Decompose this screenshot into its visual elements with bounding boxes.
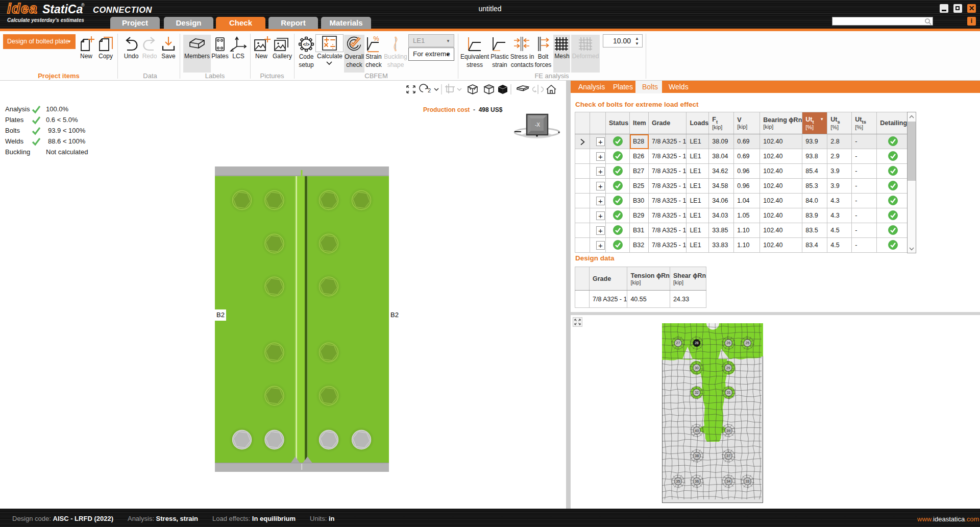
- svg-text:26: 26: [726, 341, 730, 345]
- svg-text:-X: -X: [535, 122, 540, 128]
- svg-text:39: 39: [726, 429, 730, 433]
- svg-text:35: 35: [676, 480, 680, 483]
- svg-text:33: 33: [745, 480, 749, 483]
- svg-text:32: 32: [695, 391, 699, 394]
- svg-text:25: 25: [745, 341, 749, 345]
- svg-text:30: 30: [695, 366, 699, 370]
- svg-text:29: 29: [726, 366, 730, 370]
- svg-text:31: 31: [727, 391, 731, 394]
- svg-text:38: 38: [695, 454, 699, 458]
- svg-text:28: 28: [695, 341, 699, 345]
- svg-text:2: 2: [428, 87, 431, 93]
- svg-text:34: 34: [726, 480, 730, 483]
- svg-text:</>: </>: [303, 42, 309, 47]
- svg-text:27: 27: [676, 341, 680, 345]
- svg-text:36: 36: [695, 480, 699, 483]
- svg-text:40: 40: [695, 429, 699, 433]
- svg-text:%: %: [373, 36, 379, 42]
- svg-text:37: 37: [726, 454, 730, 458]
